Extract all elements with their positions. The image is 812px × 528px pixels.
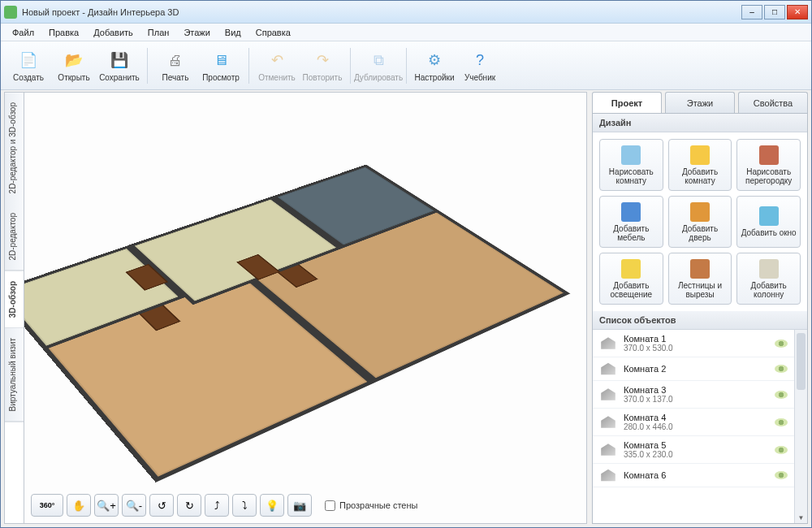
viewport-3d[interactable]: 360° ✋ 🔍+ 🔍- ↺ ↻ ⤴ ⤵ 💡 📷 Прозрачные стен… — [24, 92, 587, 524]
left-tab-2d3d[interactable]: 2D-редактор и 3D-обзор — [5, 93, 24, 203]
tool-stairs-cut[interactable]: Лестницы и вырезы — [668, 253, 732, 305]
minimize-button[interactable]: – — [741, 5, 762, 19]
visibility-icon[interactable] — [775, 340, 788, 348]
light-toggle-button[interactable]: 💡 — [260, 494, 284, 517]
scroll-down-arrow[interactable]: ▼ — [795, 512, 807, 523]
object-list-item[interactable]: Комната 3370.0 x 137.0 — [593, 381, 794, 409]
settings-button[interactable]: ⚙Настройки — [412, 44, 457, 88]
camera-button[interactable]: 📷 — [287, 494, 312, 517]
add-door-icon — [690, 202, 710, 222]
redo-icon: ↷ — [311, 49, 334, 71]
tab-floors[interactable]: Этажи — [665, 92, 735, 113]
tool-add-window[interactable]: Добавить окно — [736, 196, 801, 248]
tool-add-column[interactable]: Добавить колонну — [736, 253, 801, 305]
save-label: Сохранить — [99, 73, 140, 82]
zoom-out-button[interactable]: 🔍- — [122, 494, 146, 517]
menu-item-справка[interactable]: Справка — [249, 26, 297, 39]
room-icon — [599, 468, 617, 483]
close-button[interactable]: ✕ — [787, 5, 808, 19]
dup-label: Дублировать — [354, 73, 403, 82]
visibility-icon[interactable] — [775, 471, 788, 479]
menu-item-этажи[interactable]: Этажи — [177, 26, 216, 39]
room-icon — [599, 443, 617, 457]
zoom-in-button[interactable]: 🔍+ — [94, 494, 119, 517]
room-icon — [599, 387, 617, 402]
scroll-thumb[interactable] — [797, 333, 806, 390]
preview-button[interactable]: 🖥Просмотр — [198, 44, 244, 88]
draw-wall-label: Нарисовать перегородку — [737, 167, 800, 185]
toolbar-separator — [147, 48, 148, 84]
settings-icon: ⚙ — [423, 49, 446, 71]
maximize-button[interactable]: □ — [764, 5, 785, 19]
rotate-left-button[interactable]: ↺ — [149, 494, 174, 517]
tab-properties[interactable]: Свойства — [738, 92, 808, 113]
save-icon: 💾 — [108, 49, 131, 71]
object-list[interactable]: Комната 1370.0 x 530.0Комната 2Комната 3… — [593, 330, 794, 523]
menubar: ФайлПравкаДобавитьПланЭтажиВидСправка — [1, 24, 811, 41]
window-controls: – □ ✕ — [741, 5, 808, 19]
pan-button[interactable]: ✋ — [67, 494, 91, 517]
save-button[interactable]: 💾Сохранить — [97, 44, 142, 88]
left-tab-virtual[interactable]: Виртуальный визит — [5, 328, 24, 422]
left-tab-3d[interactable]: 3D-обзор — [5, 271, 24, 328]
object-list-item[interactable]: Комната 2 — [593, 357, 794, 381]
tool-add-room[interactable]: Добавить комнату — [668, 139, 732, 191]
tutorial-button[interactable]: ?Учебник — [457, 44, 503, 88]
preview-icon: 🖥 — [209, 49, 232, 71]
visibility-icon[interactable] — [775, 365, 788, 373]
new-button[interactable]: 📄Создать — [6, 44, 51, 88]
transparent-walls-checkbox[interactable] — [325, 500, 335, 511]
object-name: Комната 3 — [624, 385, 768, 395]
transparent-walls-toggle[interactable]: Прозрачные стены — [325, 494, 417, 517]
design-tool-grid: Нарисовать комнатуДобавить комнатуНарисо… — [593, 132, 807, 311]
visibility-icon[interactable] — [775, 391, 788, 399]
object-list-scrollbar[interactable]: ▲ ▼ — [794, 330, 807, 523]
object-dimensions: 335.0 x 230.0 — [624, 450, 768, 459]
draw-room-icon — [621, 145, 641, 165]
left-tab-2d[interactable]: 2D-редактор — [5, 203, 24, 271]
left-tab-strip: 2D-редактор и 3D-обзор2D-редактор3D-обзо… — [4, 92, 24, 524]
undo-button: ↶Отменить — [254, 44, 300, 88]
open-icon: 📂 — [63, 49, 85, 71]
redo-button: ↷Повторить — [300, 44, 345, 88]
add-room-label: Добавить комнату — [669, 167, 732, 185]
object-list-item[interactable]: Комната 5335.0 x 230.0 — [593, 436, 794, 464]
object-list-item[interactable]: Комната 4280.0 x 446.0 — [593, 409, 794, 436]
undo-icon: ↶ — [266, 49, 288, 71]
tilt-down-button[interactable]: ⤵ — [232, 494, 257, 517]
menu-item-файл[interactable]: Файл — [6, 26, 41, 39]
tool-add-furniture[interactable]: Добавить мебель — [599, 196, 663, 248]
tool-draw-room[interactable]: Нарисовать комнату — [599, 139, 663, 191]
menu-item-план[interactable]: План — [141, 26, 176, 39]
room-icon — [599, 336, 617, 351]
print-button[interactable]: 🖨Печать — [153, 44, 198, 88]
object-list-item[interactable]: Комната 1370.0 x 530.0 — [593, 330, 794, 357]
object-name: Комната 1 — [624, 334, 768, 344]
draw-room-label: Нарисовать комнату — [600, 167, 663, 185]
menu-item-вид[interactable]: Вид — [218, 26, 248, 39]
right-panel: ПроектЭтажиСвойства Дизайн Нарисовать ко… — [592, 92, 808, 524]
add-door-label: Добавить дверь — [669, 224, 732, 242]
titlebar: Новый проект - Дизайн Интерьера 3D – □ ✕ — [1, 1, 811, 24]
menu-item-добавить[interactable]: Добавить — [87, 26, 140, 39]
tool-add-light[interactable]: Добавить освещение — [599, 253, 663, 305]
open-button[interactable]: 📂Открыть — [51, 44, 97, 88]
visibility-icon[interactable] — [775, 446, 788, 454]
menu-item-правка[interactable]: Правка — [42, 26, 85, 39]
tool-draw-wall[interactable]: Нарисовать перегородку — [736, 139, 801, 191]
tutorial-label: Учебник — [464, 73, 495, 82]
object-list-item[interactable]: Комната 6 — [593, 464, 794, 487]
tab-project[interactable]: Проект — [592, 92, 662, 113]
window-title: Новый проект - Дизайн Интерьера 3D — [22, 7, 741, 17]
house-model — [24, 162, 581, 488]
tilt-up-button[interactable]: ⤴ — [205, 494, 229, 517]
add-light-label: Добавить освещение — [600, 281, 663, 299]
tool-add-door[interactable]: Добавить дверь — [668, 196, 732, 248]
new-label: Создать — [13, 73, 44, 82]
visibility-icon[interactable] — [775, 418, 788, 426]
scene-3d[interactable] — [24, 93, 586, 523]
room-icon — [599, 361, 617, 376]
rotate-right-button[interactable]: ↻ — [177, 494, 201, 517]
rotate-360-button[interactable]: 360° — [31, 494, 63, 517]
new-icon: 📄 — [17, 49, 40, 71]
